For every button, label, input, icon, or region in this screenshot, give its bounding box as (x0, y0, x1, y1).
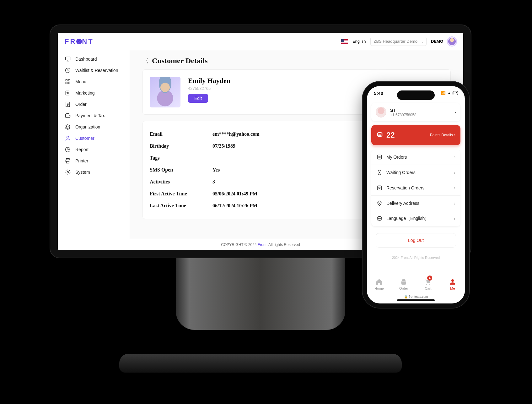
gear-icon (65, 169, 71, 175)
sidebar-item-label: Waitlist & Reservation (75, 68, 118, 73)
back-chevron-icon[interactable]: 〈 (142, 57, 149, 65)
info-label: Last Active Time (150, 203, 212, 209)
phone-menu-item[interactable]: Reservation Orders › (371, 180, 460, 196)
sidebar-item-waitlist-reservation[interactable]: Waitlist & Reservation (58, 65, 130, 76)
star-badge-icon (65, 90, 71, 96)
points-details-label: Points Details (430, 133, 453, 137)
points-card[interactable]: 22 Points Details › (371, 125, 460, 145)
sidebar-item-menu[interactable]: Menu (58, 76, 130, 87)
sidebar-item-payment-tax[interactable]: Payment & Tax (58, 110, 130, 121)
grid-icon (65, 79, 71, 85)
sidebar-item-system[interactable]: System (58, 167, 130, 178)
phone-url-bar: 🔒 fronteats.com (404, 295, 428, 298)
battery-icon: 67 (453, 91, 458, 95)
sidebar-item-organization[interactable]: Organization (58, 121, 130, 133)
profile-row[interactable]: ST +1 6789758058 › (371, 103, 460, 121)
phone-menu-label: Waiting Orders (386, 170, 416, 175)
footer-suffix: , All rights Reserved (266, 243, 300, 247)
tab-label: Order (399, 287, 408, 290)
sidebar-item-label: Marketing (75, 90, 94, 96)
sidebar-item-label: Menu (75, 79, 86, 84)
layers-icon (65, 124, 71, 130)
monitor-icon (65, 56, 71, 62)
globe-icon (376, 216, 383, 222)
me-icon (449, 278, 456, 286)
tab-order[interactable]: Order (391, 274, 416, 294)
sidebar-item-report[interactable]: Report (58, 144, 130, 155)
page-title: Customer Details (152, 57, 208, 65)
tab-label: Me (450, 287, 455, 290)
wallet-icon (65, 112, 71, 119)
chevron-right-icon: › (454, 216, 455, 221)
edit-button[interactable]: Edit (188, 94, 208, 103)
tab-label: Cart (425, 287, 432, 290)
phone-url: fronteats.com (409, 295, 428, 298)
pin-icon (376, 200, 383, 206)
chevron-right-icon: › (454, 155, 455, 160)
phone-screen: 5:40 📶 ▲ 67 ST +1 6789758058 › 22 Points… (363, 82, 469, 308)
chevron-right-icon: › (454, 110, 456, 115)
cart-badge: 4 (427, 276, 432, 281)
sidebar-item-label: Customer (75, 136, 94, 141)
sidebar-item-label: Payment & Tax (75, 113, 105, 118)
phone-menu-label: Reservation Orders (386, 185, 424, 190)
info-label: Tags (150, 155, 212, 161)
list-icon (376, 154, 383, 160)
info-label: Email (150, 131, 212, 137)
location-value: ZBS Headquarter Demo (374, 39, 417, 44)
profile-avatar-icon (376, 107, 386, 117)
sidebar-item-printer[interactable]: Printer (58, 155, 130, 167)
language-label[interactable]: English (352, 39, 366, 44)
sidebar-item-order[interactable]: Order (58, 99, 130, 110)
desktop-header: FRNT English ZBS Headquarter Demo ⌄ DEMO (58, 33, 463, 50)
profile-name: ST (390, 107, 416, 113)
account-avatar[interactable] (448, 37, 456, 46)
info-value: Yes (212, 167, 220, 173)
info-value: em****h@yahoo.com (212, 131, 260, 137)
customer-id: 4275582765 (188, 86, 230, 91)
logout-button[interactable]: Log Out (376, 233, 456, 248)
tab-cart[interactable]: Cart 4 (416, 274, 440, 294)
lock-icon: 🔒 (404, 295, 408, 298)
sidebar-item-label: Order (75, 102, 87, 107)
phone-menu-item[interactable]: Waiting Orders › (371, 165, 460, 180)
profile-phone: +1 6789758058 (390, 113, 416, 117)
chevron-right-icon: › (454, 185, 455, 190)
customer-name: Emily Hayden (188, 77, 230, 85)
tab-home[interactable]: Home (367, 274, 391, 294)
sidebar-item-dashboard[interactable]: Dashboard (58, 53, 130, 65)
person-icon (65, 135, 71, 141)
chevron-right-icon: › (454, 133, 455, 137)
sidebar: Dashboard Waitlist & Reservation Menu Ma… (58, 50, 130, 239)
chevron-right-icon: › (454, 201, 455, 206)
phone-menu-label: Language（English） (386, 216, 429, 221)
phone-menu-item[interactable]: Language（English） › (371, 211, 460, 226)
account-label: DEMO (431, 39, 443, 44)
flag-icon (341, 39, 348, 44)
order-icon (400, 278, 407, 286)
sidebar-item-marketing[interactable]: Marketing (58, 87, 130, 99)
piechart-icon (65, 146, 71, 153)
clock-icon (65, 67, 71, 74)
chevron-down-icon: ⌄ (421, 40, 424, 43)
info-value: 3 (212, 179, 215, 185)
footer-prefix: COPYRIGHT © 2024 (221, 243, 256, 247)
tab-me[interactable]: Me (440, 274, 465, 294)
phone-menu-label: Delivery Address (386, 201, 419, 206)
status-time: 5:40 (374, 90, 383, 96)
info-value: 05/06/2024 01:49 PM (212, 191, 257, 197)
location-select[interactable]: ZBS Headquarter Demo ⌄ (370, 37, 427, 46)
sidebar-item-label: Dashboard (75, 57, 97, 62)
coins-icon (376, 132, 383, 139)
info-label: SMS Open (150, 167, 212, 173)
svg-point-0 (378, 133, 382, 134)
home-icon (375, 278, 383, 286)
phone-menu-item[interactable]: Delivery Address › (371, 196, 460, 211)
phone-notch (397, 90, 435, 100)
phone-menu-item[interactable]: My Orders › (371, 150, 460, 165)
sidebar-item-customer[interactable]: Customer (58, 133, 130, 144)
wifi-icon: ▲ (447, 91, 451, 95)
ticket-icon (376, 185, 383, 191)
info-value: 07/25/1989 (212, 143, 235, 149)
footer-link[interactable]: Front (258, 243, 266, 247)
